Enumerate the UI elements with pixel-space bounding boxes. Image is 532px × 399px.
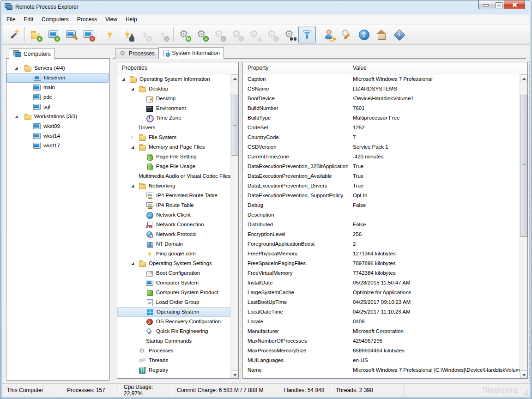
table-row[interactable]: MUILanguagesen-US	[243, 356, 520, 365]
table-row[interactable]: CodeSet1252	[243, 123, 520, 133]
home-button[interactable]	[373, 26, 390, 43]
expander-open-icon[interactable]: ◢	[121, 74, 129, 84]
tree-item[interactable]: Page File Setting	[117, 152, 230, 162]
properties-header[interactable]: Properties	[117, 62, 238, 74]
tree-item[interactable]: IP4 Route Table	[117, 200, 230, 210]
tree-item[interactable]: Processes	[117, 346, 230, 356]
splitter-left[interactable]	[112, 61, 112, 381]
minimize-button[interactable]	[478, 0, 492, 9]
menu-view[interactable]: View	[101, 15, 121, 24]
tree-item[interactable]: Multimedia Audio or Visual Codec Files	[117, 171, 230, 181]
tree-item[interactable]: Threads	[117, 356, 230, 365]
scrollbar-thumb[interactable]	[231, 95, 238, 156]
expander-open-icon[interactable]: ◢	[130, 181, 139, 191]
tree-item[interactable]: Computer System	[117, 278, 230, 288]
table-row[interactable]: CaptionMicrosoft Windows 7 Professional	[243, 74, 520, 84]
column-header-property[interactable]: Property	[243, 62, 348, 74]
options-button[interactable]	[338, 26, 355, 43]
table-row[interactable]: ManufacturerMicrosoft Corporation	[243, 326, 520, 336]
table-row[interactable]: FreePhysicalMemory1271364 kilobytes	[243, 249, 520, 259]
table-row[interactable]: BootDevice\Device\HarddiskVolume1	[243, 94, 520, 103]
table-row[interactable]: DataExecutionPrevention_DriversTrue	[243, 181, 520, 191]
table-row[interactable]: BuildNumber7601	[243, 103, 520, 113]
table-row[interactable]: CurrentTimeZone-420 minutes	[243, 152, 520, 162]
table-row[interactable]: EncryptionLevel256	[243, 230, 520, 239]
expander-open-icon[interactable]: ◢	[14, 63, 24, 73]
tree-item[interactable]: ◢Operating System Settings	[117, 259, 230, 268]
tree-item[interactable]: Network Protocol	[117, 230, 230, 239]
tree-item[interactable]: Ping google.com	[117, 249, 230, 259]
title-bar[interactable]: Remote Process Explorer	[0, 0, 532, 14]
tab-system-information[interactable]: System Information	[158, 47, 224, 59]
table-row[interactable]: DataExecutionPrevention_SupportPolicyOpt…	[243, 191, 520, 200]
kill-process-button[interactable]: −	[211, 26, 228, 43]
tree-item[interactable]: ◢Workstations (3/3)	[6, 112, 109, 121]
table-row[interactable]: InstallDate05/28/2015 11:50:47 AM	[243, 278, 520, 288]
expander-open-icon[interactable]: ◢	[130, 259, 139, 268]
connect-as-button[interactable]	[119, 26, 136, 43]
tree-item[interactable]: Services	[117, 375, 230, 378]
reconnect-button[interactable]: ⇄	[136, 26, 154, 43]
menu-edit[interactable]: Edit	[19, 15, 37, 24]
filter-button[interactable]	[298, 26, 316, 43]
table-row[interactable]: ForegroundApplicationBoost2	[243, 239, 520, 249]
close-button[interactable]	[504, 0, 525, 9]
tree-item[interactable]: ◢Networking	[117, 181, 230, 191]
tree-item[interactable]: main	[6, 83, 109, 92]
tree-item[interactable]: Boot Configuration	[117, 268, 230, 278]
table-row[interactable]: LastBootUpTime04/25/2017 09:10:23 AM	[243, 297, 520, 307]
tree-item[interactable]: ◢Memory and Page Files	[117, 142, 230, 152]
menu-computers[interactable]: Computers	[37, 15, 73, 24]
scroll-up-button[interactable]	[520, 74, 527, 82]
expander-open-icon[interactable]: ◢	[14, 112, 24, 121]
tree-item[interactable]: OS Recovery Configuration	[117, 317, 230, 326]
maximize-button[interactable]	[492, 0, 504, 9]
tree-item[interactable]: wkst09	[6, 121, 109, 131]
menu-help[interactable]: Help	[121, 15, 141, 24]
run-as-button[interactable]	[320, 26, 338, 43]
connect-button[interactable]	[101, 26, 119, 43]
add-group-button[interactable]: +	[27, 26, 44, 43]
add-computer-button[interactable]: +	[44, 26, 62, 43]
properties-scrollbar[interactable]	[230, 74, 238, 378]
table-row[interactable]: NameMicrosoft Windows 7 Professional |C:…	[243, 365, 520, 375]
column-header-value[interactable]: Value	[348, 62, 367, 74]
tree-item[interactable]: Drivers	[117, 123, 230, 133]
scroll-down-button[interactable]	[231, 370, 238, 378]
tree-item[interactable]: Desktop	[117, 94, 230, 103]
tree-item[interactable]: Startup Commands	[117, 336, 230, 346]
table-row[interactable]: Description	[243, 210, 520, 220]
tree-item[interactable]: sql	[6, 102, 109, 112]
splitter-middle[interactable]	[241, 61, 241, 381]
table-row[interactable]: MaxNumberOfProcesses4294967295	[243, 336, 520, 346]
tree-item[interactable]: NT Domain	[117, 239, 230, 249]
table-row[interactable]: LocalDateTime04/25/2017 11:10:23 AM	[243, 307, 520, 317]
tree-item[interactable]: Network Client	[117, 210, 230, 220]
tree-item[interactable]: Load Order Group	[117, 297, 230, 307]
edit-computer-button[interactable]	[62, 26, 79, 43]
tree-item[interactable]: Time Zone	[117, 113, 230, 123]
tree-item[interactable]: Page File Usage	[117, 162, 230, 171]
tree-item[interactable]: Environment	[117, 103, 230, 113]
menu-process[interactable]: Process	[73, 15, 101, 24]
tab-processes[interactable]: Processes	[115, 48, 159, 59]
splitter-right[interactable]	[529, 61, 530, 381]
table-row[interactable]: DataExecutionPrevention_32BitApplication…	[243, 162, 520, 171]
table-row[interactable]: DistributedFalse	[243, 220, 520, 230]
table-row[interactable]: MaxProcessMemorySize8589934464 kilobytes	[243, 346, 520, 356]
scroll-up-button[interactable]	[231, 74, 238, 82]
tree-item[interactable]: ◢Operating System Information	[117, 74, 230, 84]
resize-grip[interactable]	[524, 391, 528, 395]
table-row[interactable]: LargeSystemCacheOptimize for Application…	[243, 288, 520, 297]
tree-item[interactable]: wkst17	[6, 141, 109, 151]
tree-item[interactable]: fileserver	[6, 73, 109, 83]
tree-item[interactable]: ◢Servers (4/4)	[6, 63, 109, 73]
set-priority-button[interactable]: ↑	[228, 26, 246, 43]
table-row[interactable]: NumberOfLicensedUsers0	[243, 375, 520, 378]
new-process-button[interactable]: +	[193, 26, 211, 43]
help-button[interactable]	[355, 26, 373, 43]
tree-item[interactable]: Operating System	[117, 307, 230, 317]
disconnect-button[interactable]: −	[154, 26, 171, 43]
table-row[interactable]: CountryCode7	[243, 133, 520, 142]
scroll-down-button[interactable]	[520, 370, 527, 378]
